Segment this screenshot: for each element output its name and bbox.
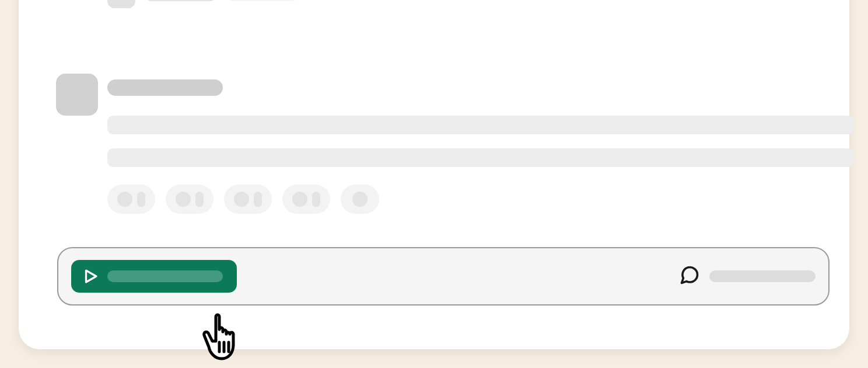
card-panel	[19, 0, 849, 349]
message-body-line	[107, 116, 854, 134]
composer-bar	[57, 247, 830, 305]
add-reaction-button[interactable]	[341, 185, 379, 214]
reaction-emoji-icon	[292, 192, 307, 207]
reaction-count	[254, 192, 262, 207]
reaction-emoji-icon	[234, 192, 249, 207]
reply-meta-skeleton	[226, 0, 299, 1]
message-body-line	[107, 148, 854, 167]
reaction-pill[interactable]	[166, 185, 214, 214]
reactions-row	[107, 185, 379, 214]
run-button-label	[107, 270, 223, 282]
reaction-emoji-icon	[117, 192, 132, 207]
reply-avatar	[107, 0, 135, 8]
reply-name-skeleton	[145, 0, 217, 1]
thread-reply	[107, 0, 299, 8]
reaction-count	[137, 192, 145, 207]
message-author-skeleton	[107, 79, 223, 96]
reaction-pill[interactable]	[224, 185, 272, 214]
reaction-count	[195, 192, 204, 207]
add-reaction-icon	[352, 192, 368, 207]
reaction-count	[312, 192, 320, 207]
reaction-pill[interactable]	[282, 185, 330, 214]
run-button[interactable]	[71, 260, 237, 293]
reaction-emoji-icon	[176, 192, 191, 207]
comment-action[interactable]	[679, 265, 816, 288]
comment-label	[709, 270, 816, 282]
message-avatar	[56, 74, 98, 116]
play-icon	[82, 268, 99, 285]
comment-icon	[679, 265, 700, 288]
reaction-pill[interactable]	[107, 185, 155, 214]
